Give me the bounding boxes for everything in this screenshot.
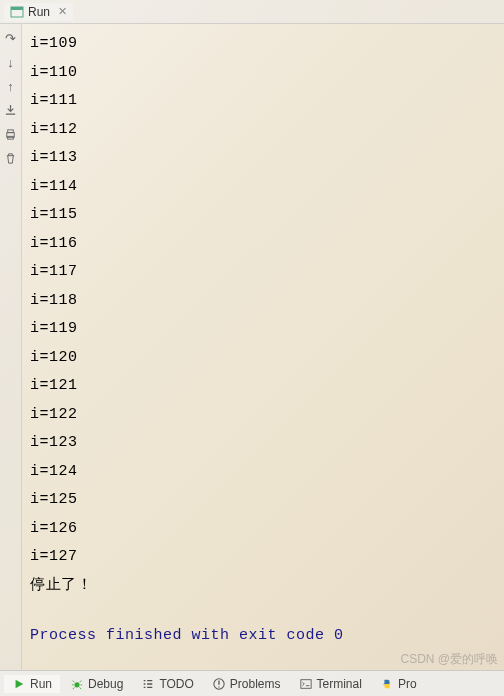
run-window-icon <box>10 5 24 19</box>
step-into-icon[interactable]: ↓ <box>3 54 19 70</box>
console-output[interactable]: i=109i=110i=111i=112i=113i=114i=115i=116… <box>22 24 504 670</box>
list-icon <box>141 677 155 691</box>
bottom-tab-problems[interactable]: Problems <box>204 675 289 693</box>
tab-bar: Run ✕ <box>0 0 504 24</box>
bug-icon <box>70 677 84 691</box>
console-line: i=123 <box>30 429 496 458</box>
console-line: i=122 <box>30 401 496 430</box>
bottom-tab-run[interactable]: Run <box>4 675 60 693</box>
svg-rect-7 <box>300 679 310 688</box>
main-area: ↷ ↓ ↑ i=109i=110i=111i=112i=113i=114i=11… <box>0 24 504 670</box>
close-icon[interactable]: ✕ <box>58 5 67 18</box>
left-gutter: ↷ ↓ ↑ <box>0 24 22 670</box>
download-icon[interactable] <box>3 102 19 118</box>
alert-icon <box>212 677 226 691</box>
step-out-icon[interactable]: ↑ <box>3 78 19 94</box>
console-line: i=113 <box>30 144 496 173</box>
console-line: i=120 <box>30 344 496 373</box>
exit-message: Process finished with exit code 0 <box>30 622 496 651</box>
console-line: 停止了！ <box>30 572 496 601</box>
console-line: i=126 <box>30 515 496 544</box>
console-line: i=112 <box>30 116 496 145</box>
bottom-tab-label: Debug <box>88 677 123 691</box>
console-line: i=124 <box>30 458 496 487</box>
bottom-tab-label: Problems <box>230 677 281 691</box>
bottom-tab-terminal[interactable]: Terminal <box>291 675 370 693</box>
console-line: i=114 <box>30 173 496 202</box>
svg-rect-1 <box>11 7 23 10</box>
console-line: i=118 <box>30 287 496 316</box>
console-line: i=127 <box>30 543 496 572</box>
bottom-tab-label: Terminal <box>317 677 362 691</box>
bottom-tab-label: Pro <box>398 677 417 691</box>
terminal-icon <box>299 677 313 691</box>
print-icon[interactable] <box>3 126 19 142</box>
console-line: i=121 <box>30 372 496 401</box>
svg-point-5 <box>74 682 79 687</box>
bottom-tab-todo[interactable]: TODO <box>133 675 201 693</box>
console-line: i=117 <box>30 258 496 287</box>
bottom-tab-debug[interactable]: Debug <box>62 675 131 693</box>
console-line: i=119 <box>30 315 496 344</box>
console-line: i=115 <box>30 201 496 230</box>
tab-label: Run <box>28 5 50 19</box>
svg-rect-3 <box>8 129 14 132</box>
console-line: i=111 <box>30 87 496 116</box>
trash-icon[interactable] <box>3 150 19 166</box>
bottom-tool-bar: RunDebugTODOProblemsTerminalPro <box>0 670 504 696</box>
bottom-tab-label: TODO <box>159 677 193 691</box>
run-tab[interactable]: Run ✕ <box>4 3 73 21</box>
console-line: i=116 <box>30 230 496 259</box>
console-line: i=109 <box>30 30 496 59</box>
python-icon <box>380 677 394 691</box>
console-line: i=125 <box>30 486 496 515</box>
console-line: i=110 <box>30 59 496 88</box>
step-over-icon[interactable]: ↷ <box>3 30 19 46</box>
bottom-tab-label: Run <box>30 677 52 691</box>
play-icon <box>12 677 26 691</box>
bottom-tab-pro[interactable]: Pro <box>372 675 425 693</box>
